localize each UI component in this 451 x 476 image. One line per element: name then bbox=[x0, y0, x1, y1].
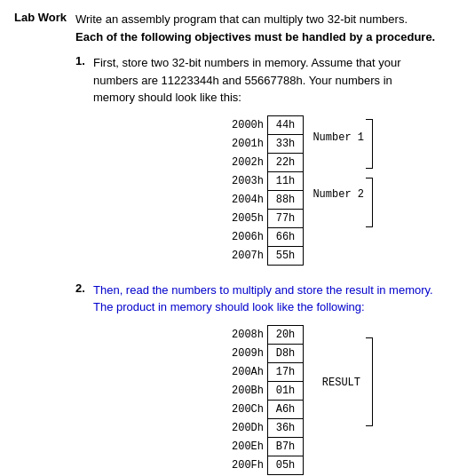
val-cell: 88h bbox=[268, 190, 304, 209]
table-row: 200Fh 05h bbox=[226, 456, 304, 474]
addr-cell: 2005h bbox=[226, 209, 268, 227]
intro-text: Write an assembly program that can multi… bbox=[75, 11, 437, 45]
val-cell: 11h bbox=[268, 171, 304, 190]
lab-content: Write an assembly program that can multi… bbox=[75, 11, 437, 476]
table-row: 2001h 33h bbox=[226, 134, 304, 153]
val-cell: 20h bbox=[268, 325, 304, 344]
obj-num-2: 2. bbox=[75, 282, 88, 295]
lab-label: Lab Work bbox=[14, 11, 67, 476]
addr-cell: 2009h bbox=[226, 344, 268, 362]
objective-2: 2. Then, read the numbers to multiply an… bbox=[75, 282, 437, 477]
val-cell: 77h bbox=[268, 209, 304, 227]
table-row: 2005h 77h bbox=[226, 209, 304, 227]
addr-cell: 2002h bbox=[226, 153, 268, 171]
val-cell: 33h bbox=[268, 134, 304, 153]
addr-cell: 200Ah bbox=[226, 362, 268, 381]
memory-table-2-wrapper: 2008h 20h 2009h D8h 200Ah bbox=[93, 325, 437, 475]
table-row: 2002h 22h bbox=[226, 153, 304, 171]
addr-cell: 2003h bbox=[226, 171, 268, 190]
addr-cell: 200Eh bbox=[226, 437, 268, 456]
table-row: 2000h 44h bbox=[226, 115, 304, 134]
obj-num-1: 1. bbox=[75, 54, 88, 67]
val-cell: B7h bbox=[268, 437, 304, 456]
memory-table-2: 2008h 20h 2009h D8h 200Ah bbox=[226, 325, 304, 475]
label-number1: Number 1 bbox=[313, 130, 364, 146]
addr-cell: 200Dh bbox=[226, 418, 268, 437]
addr-cell: 200Ch bbox=[226, 400, 268, 418]
addr-cell: 2008h bbox=[226, 325, 268, 344]
table-row: 200Bh 01h bbox=[226, 381, 304, 400]
bracket-result bbox=[366, 337, 373, 426]
memory-table-1-wrapper: 2000h 44h 2001h 33h 2002h bbox=[93, 115, 437, 266]
label-number2: Number 2 bbox=[313, 186, 364, 202]
objective-1: 1. First, store two 32-bit numbers in me… bbox=[75, 54, 437, 269]
val-cell: 17h bbox=[268, 362, 304, 381]
memory-table-2-container: 2008h 20h 2009h D8h 200Ah bbox=[226, 325, 304, 475]
table-row: 2009h D8h bbox=[226, 344, 304, 362]
table-row: 200Dh 36h bbox=[226, 418, 304, 437]
addr-cell: 2001h bbox=[226, 134, 268, 153]
val-cell: A6h bbox=[268, 400, 304, 418]
lab-section: Lab Work Write an assembly program that … bbox=[14, 11, 437, 476]
addr-cell: 2007h bbox=[226, 246, 268, 265]
val-cell: 05h bbox=[268, 456, 304, 474]
table-row: 2004h 88h bbox=[226, 190, 304, 209]
val-cell: D8h bbox=[268, 344, 304, 362]
addr-cell: 2006h bbox=[226, 227, 268, 246]
table-row: 2007h 55h bbox=[226, 246, 304, 265]
obj-text-2: Then, read the numbers to multiply and s… bbox=[93, 282, 437, 477]
memory-table-1: 2000h 44h 2001h 33h 2002h bbox=[226, 115, 304, 266]
val-cell: 36h bbox=[268, 418, 304, 437]
table-row: 200Eh B7h bbox=[226, 437, 304, 456]
val-cell: 44h bbox=[268, 115, 304, 134]
val-cell: 22h bbox=[268, 153, 304, 171]
bracket-num2 bbox=[366, 178, 373, 227]
table-row: 200Ah 17h bbox=[226, 362, 304, 381]
table-row: 2006h 66h bbox=[226, 227, 304, 246]
objectives-list: 1. First, store two 32-bit numbers in me… bbox=[75, 54, 437, 476]
val-cell: 55h bbox=[268, 246, 304, 265]
addr-cell: 2004h bbox=[226, 190, 268, 209]
addr-cell: 200Fh bbox=[226, 456, 268, 474]
val-cell: 66h bbox=[268, 227, 304, 246]
table-row: 200Ch A6h bbox=[226, 400, 304, 418]
table-row: 2008h 20h bbox=[226, 325, 304, 344]
bracket-num1 bbox=[366, 119, 373, 169]
label-result: RESULT bbox=[322, 375, 360, 391]
obj2-blue-text: Then, read the numbers to multiply and s… bbox=[93, 283, 433, 314]
val-cell: 01h bbox=[268, 381, 304, 400]
addr-cell: 200Bh bbox=[226, 381, 268, 400]
memory-table-1-container: 2000h 44h 2001h 33h 2002h bbox=[226, 115, 304, 266]
table-row: 2003h 11h bbox=[226, 171, 304, 190]
obj-text-1: First, store two 32-bit numbers in memor… bbox=[93, 54, 437, 269]
addr-cell: 2000h bbox=[226, 115, 268, 134]
